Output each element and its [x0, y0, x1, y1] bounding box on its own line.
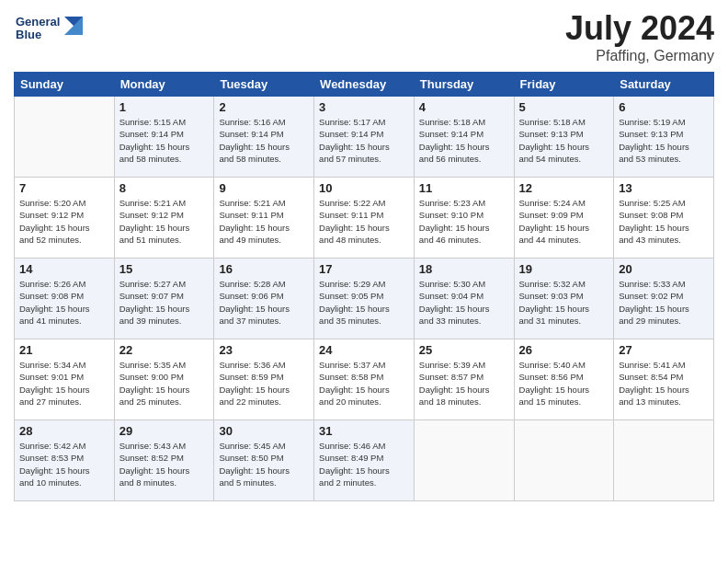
table-row: 23Sunrise: 5:36 AM Sunset: 8:59 PM Dayli…: [214, 339, 314, 420]
table-row: 29Sunrise: 5:43 AM Sunset: 8:52 PM Dayli…: [114, 420, 214, 501]
week-row-2: 7Sunrise: 5:20 AM Sunset: 9:12 PM Daylig…: [15, 178, 714, 259]
day-info: Sunrise: 5:19 AM Sunset: 9:13 PM Dayligh…: [619, 116, 709, 165]
day-info: Sunrise: 5:37 AM Sunset: 8:58 PM Dayligh…: [319, 359, 409, 408]
day-number: 2: [219, 100, 309, 114]
header-wednesday: Wednesday: [314, 73, 415, 97]
table-row: 27Sunrise: 5:41 AM Sunset: 8:54 PM Dayli…: [614, 339, 714, 420]
table-row: 13Sunrise: 5:25 AM Sunset: 9:08 PM Dayli…: [614, 178, 714, 259]
header-sunday: Sunday: [15, 73, 115, 97]
day-number: 15: [119, 262, 210, 276]
table-row: 18Sunrise: 5:30 AM Sunset: 9:04 PM Dayli…: [414, 259, 514, 339]
header-saturday: Saturday: [614, 73, 714, 97]
day-number: 9: [219, 181, 309, 195]
logo: General Blue: [14, 9, 87, 51]
table-row: 11Sunrise: 5:23 AM Sunset: 9:10 PM Dayli…: [414, 178, 514, 259]
day-number: 16: [219, 262, 309, 276]
day-number: 26: [519, 343, 609, 357]
table-row: [614, 420, 714, 501]
day-info: Sunrise: 5:46 AM Sunset: 8:49 PM Dayligh…: [319, 440, 409, 488]
day-number: 12: [519, 181, 609, 195]
table-row: 25Sunrise: 5:39 AM Sunset: 8:57 PM Dayli…: [414, 339, 514, 420]
table-row: 1Sunrise: 5:15 AM Sunset: 9:14 PM Daylig…: [114, 97, 214, 178]
day-info: Sunrise: 5:28 AM Sunset: 9:06 PM Dayligh…: [219, 278, 309, 327]
table-row: 20Sunrise: 5:33 AM Sunset: 9:02 PM Dayli…: [614, 259, 714, 339]
table-row: 22Sunrise: 5:35 AM Sunset: 9:00 PM Dayli…: [114, 339, 214, 420]
table-row: 31Sunrise: 5:46 AM Sunset: 8:49 PM Dayli…: [314, 420, 415, 501]
day-number: 30: [219, 424, 309, 438]
day-number: 4: [419, 100, 509, 114]
day-info: Sunrise: 5:39 AM Sunset: 8:57 PM Dayligh…: [419, 359, 509, 408]
table-row: 8Sunrise: 5:21 AM Sunset: 9:12 PM Daylig…: [114, 178, 214, 259]
day-info: Sunrise: 5:36 AM Sunset: 8:59 PM Dayligh…: [219, 359, 309, 408]
day-number: 11: [419, 181, 509, 195]
day-info: Sunrise: 5:40 AM Sunset: 8:56 PM Dayligh…: [519, 359, 609, 408]
day-info: Sunrise: 5:16 AM Sunset: 9:14 PM Dayligh…: [219, 116, 309, 165]
table-row: [514, 420, 614, 501]
table-row: 5Sunrise: 5:18 AM Sunset: 9:13 PM Daylig…: [514, 97, 614, 178]
table-row: 2Sunrise: 5:16 AM Sunset: 9:14 PM Daylig…: [214, 97, 314, 178]
day-info: Sunrise: 5:21 AM Sunset: 9:12 PM Dayligh…: [119, 197, 210, 246]
table-row: 7Sunrise: 5:20 AM Sunset: 9:12 PM Daylig…: [15, 178, 115, 259]
header-thursday: Thursday: [414, 73, 514, 97]
day-number: 7: [19, 181, 109, 195]
day-info: Sunrise: 5:22 AM Sunset: 9:11 PM Dayligh…: [319, 197, 409, 246]
day-info: Sunrise: 5:20 AM Sunset: 9:12 PM Dayligh…: [19, 197, 109, 246]
header-friday: Friday: [514, 73, 614, 97]
title-area: July 2024 Pfaffing, Germany: [565, 9, 714, 64]
table-row: 6Sunrise: 5:19 AM Sunset: 9:13 PM Daylig…: [614, 97, 714, 178]
table-row: [15, 97, 115, 178]
weekday-header-row: Sunday Monday Tuesday Wednesday Thursday…: [15, 73, 714, 97]
day-info: Sunrise: 5:26 AM Sunset: 9:08 PM Dayligh…: [19, 278, 109, 327]
logo-icon: General Blue: [14, 9, 87, 51]
day-info: Sunrise: 5:34 AM Sunset: 9:01 PM Dayligh…: [19, 359, 109, 408]
table-row: 15Sunrise: 5:27 AM Sunset: 9:07 PM Dayli…: [114, 259, 214, 339]
day-info: Sunrise: 5:30 AM Sunset: 9:04 PM Dayligh…: [419, 278, 509, 327]
day-number: 27: [619, 343, 709, 357]
week-row-1: 1Sunrise: 5:15 AM Sunset: 9:14 PM Daylig…: [15, 97, 714, 178]
day-number: 19: [519, 262, 609, 276]
day-info: Sunrise: 5:25 AM Sunset: 9:08 PM Dayligh…: [619, 197, 709, 246]
day-info: Sunrise: 5:35 AM Sunset: 9:00 PM Dayligh…: [119, 359, 210, 408]
table-row: 3Sunrise: 5:17 AM Sunset: 9:14 PM Daylig…: [314, 97, 415, 178]
day-info: Sunrise: 5:21 AM Sunset: 9:11 PM Dayligh…: [219, 197, 309, 246]
day-info: Sunrise: 5:42 AM Sunset: 8:53 PM Dayligh…: [19, 440, 109, 488]
day-info: Sunrise: 5:33 AM Sunset: 9:02 PM Dayligh…: [619, 278, 709, 327]
day-number: 28: [19, 424, 109, 438]
day-number: 23: [219, 343, 309, 357]
table-row: 14Sunrise: 5:26 AM Sunset: 9:08 PM Dayli…: [15, 259, 115, 339]
table-row: [414, 420, 514, 501]
table-row: 17Sunrise: 5:29 AM Sunset: 9:05 PM Dayli…: [314, 259, 415, 339]
svg-text:General: General: [16, 15, 60, 29]
day-info: Sunrise: 5:41 AM Sunset: 8:54 PM Dayligh…: [619, 359, 709, 408]
day-number: 5: [519, 100, 609, 114]
table-row: 26Sunrise: 5:40 AM Sunset: 8:56 PM Dayli…: [514, 339, 614, 420]
week-row-5: 28Sunrise: 5:42 AM Sunset: 8:53 PM Dayli…: [15, 420, 714, 501]
table-row: 16Sunrise: 5:28 AM Sunset: 9:06 PM Dayli…: [214, 259, 314, 339]
table-row: 24Sunrise: 5:37 AM Sunset: 8:58 PM Dayli…: [314, 339, 415, 420]
day-info: Sunrise: 5:18 AM Sunset: 9:14 PM Dayligh…: [419, 116, 509, 165]
day-number: 20: [619, 262, 709, 276]
day-number: 24: [319, 343, 409, 357]
week-row-3: 14Sunrise: 5:26 AM Sunset: 9:08 PM Dayli…: [15, 259, 714, 339]
day-number: 1: [119, 100, 210, 114]
day-info: Sunrise: 5:32 AM Sunset: 9:03 PM Dayligh…: [519, 278, 609, 327]
table-row: 9Sunrise: 5:21 AM Sunset: 9:11 PM Daylig…: [214, 178, 314, 259]
month-year: July 2024: [565, 9, 714, 48]
day-number: 25: [419, 343, 509, 357]
day-number: 13: [619, 181, 709, 195]
header: General Blue July 2024 Pfaffing, Germany: [14, 9, 714, 64]
calendar-table: Sunday Monday Tuesday Wednesday Thursday…: [14, 72, 714, 501]
day-info: Sunrise: 5:18 AM Sunset: 9:13 PM Dayligh…: [519, 116, 609, 165]
location: Pfaffing, Germany: [565, 48, 714, 64]
day-number: 14: [19, 262, 109, 276]
table-row: 4Sunrise: 5:18 AM Sunset: 9:14 PM Daylig…: [414, 97, 514, 178]
day-number: 31: [319, 424, 409, 438]
day-number: 3: [319, 100, 409, 114]
day-info: Sunrise: 5:24 AM Sunset: 9:09 PM Dayligh…: [519, 197, 609, 246]
table-row: 10Sunrise: 5:22 AM Sunset: 9:11 PM Dayli…: [314, 178, 415, 259]
table-row: 12Sunrise: 5:24 AM Sunset: 9:09 PM Dayli…: [514, 178, 614, 259]
table-row: 19Sunrise: 5:32 AM Sunset: 9:03 PM Dayli…: [514, 259, 614, 339]
calendar-container: General Blue July 2024 Pfaffing, Germany…: [0, 0, 728, 563]
day-number: 8: [119, 181, 210, 195]
day-number: 6: [619, 100, 709, 114]
